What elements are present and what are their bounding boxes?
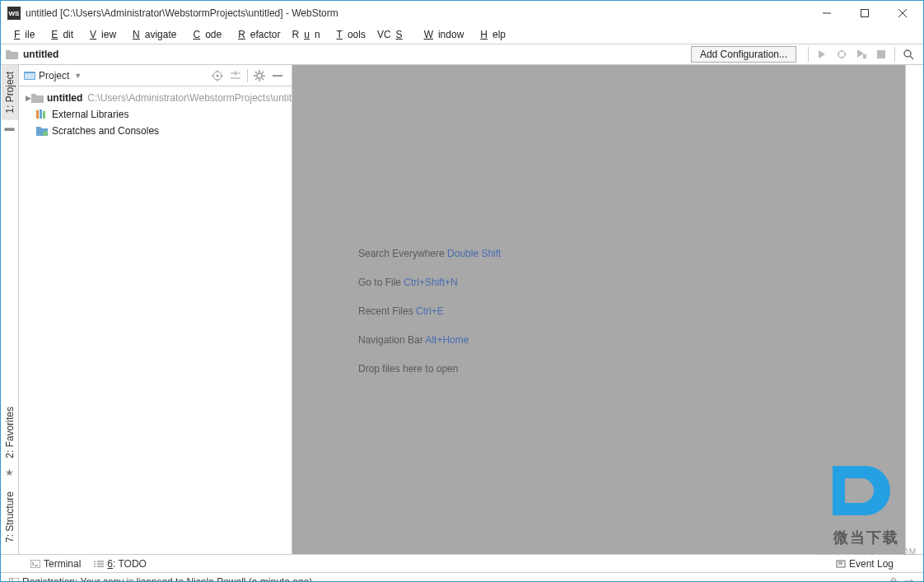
menu-view[interactable]: View xyxy=(80,27,121,42)
tree-item-label: External Libraries xyxy=(52,109,128,120)
menu-run[interactable]: Run xyxy=(287,27,325,42)
menu-code[interactable]: Code xyxy=(183,27,226,42)
navbar: untitled Add Configuration... xyxy=(1,44,923,65)
hint-drop-files: Drop files here to open xyxy=(358,361,458,375)
tab-terminal[interactable]: Terminal xyxy=(24,558,87,570)
bookmark-icon: ▬ xyxy=(5,122,15,133)
folder-icon xyxy=(6,49,18,59)
tree-item-label: Scratches and Consoles xyxy=(52,125,159,137)
todo-icon xyxy=(94,560,104,568)
expand-arrow-icon[interactable]: ▶ xyxy=(26,94,31,102)
close-button[interactable] xyxy=(884,1,922,26)
breadcrumb[interactable]: untitled xyxy=(23,49,58,60)
hint-nav-bar: Navigation Bar Alt+Home xyxy=(358,332,469,346)
project-tree: ▶ untitled C:\Users\Administrator\Websto… xyxy=(19,86,292,142)
star-icon: ★ xyxy=(5,467,14,478)
goto-icon[interactable] xyxy=(902,578,918,583)
search-icon[interactable] xyxy=(898,46,918,63)
window-title: untitled [C:\Users\Administrator\Webstor… xyxy=(26,7,808,19)
svg-rect-9 xyxy=(863,54,866,58)
tab-todo[interactable]: 6: TODO xyxy=(87,558,153,570)
menu-tools[interactable]: Tools xyxy=(327,27,371,42)
tool-tab-project[interactable]: 1: Project xyxy=(2,65,18,120)
collapse-all-icon[interactable] xyxy=(226,67,245,85)
menu-help[interactable]: Help xyxy=(470,27,511,42)
svg-rect-49 xyxy=(9,578,19,583)
lock-icon[interactable] xyxy=(885,577,902,583)
editor-area[interactable]: Search Everywhere Double Shift Go to Fil… xyxy=(292,65,905,554)
tool-tab-favorites[interactable]: 2: Favorites xyxy=(2,400,18,465)
svg-rect-38 xyxy=(30,560,40,568)
svg-point-11 xyxy=(904,50,911,57)
svg-point-16 xyxy=(217,74,219,77)
right-gutter xyxy=(905,65,923,554)
svg-point-4 xyxy=(838,51,845,58)
menu-edit[interactable]: Edit xyxy=(41,27,78,42)
scratches-icon xyxy=(35,126,49,136)
svg-rect-33 xyxy=(273,75,282,77)
menu-file[interactable]: File xyxy=(4,27,40,42)
svg-line-31 xyxy=(262,72,264,73)
svg-rect-34 xyxy=(36,110,39,119)
app-icon: WS xyxy=(7,7,21,20)
menu-refactor[interactable]: Refactor xyxy=(228,27,285,42)
svg-line-30 xyxy=(262,78,264,80)
project-icon xyxy=(24,71,35,81)
event-log-icon xyxy=(836,560,846,568)
svg-line-29 xyxy=(255,72,257,73)
statusbar: Registration: Your copy is licensed to N… xyxy=(1,572,923,582)
gear-icon[interactable] xyxy=(250,67,268,85)
stop-button[interactable] xyxy=(871,46,891,63)
menu-navigate[interactable]: Navigate xyxy=(123,27,181,42)
project-panel-title[interactable]: Project xyxy=(39,70,69,81)
svg-point-24 xyxy=(257,73,262,78)
tree-scratches[interactable]: Scratches and Consoles xyxy=(19,123,292,139)
bottom-toolbar: Terminal 6: TODO Event Log xyxy=(1,554,923,572)
left-gutter: 1: Project ▬ 2: Favorites ★ 7: Structure xyxy=(1,65,19,554)
svg-rect-50 xyxy=(9,578,12,583)
add-configuration-button[interactable]: Add Configuration... xyxy=(691,46,796,63)
menu-vcs[interactable]: VCS xyxy=(372,27,413,42)
svg-line-12 xyxy=(910,56,913,59)
hide-panel-icon[interactable] xyxy=(268,67,287,85)
svg-rect-14 xyxy=(25,73,35,79)
svg-line-32 xyxy=(255,78,257,80)
svg-rect-1 xyxy=(861,10,869,17)
run-button[interactable] xyxy=(812,46,832,63)
maximize-button[interactable] xyxy=(846,1,884,26)
hint-recent-files: Recent Files Ctrl+E xyxy=(358,303,444,317)
tree-root[interactable]: ▶ untitled C:\Users\Administrator\Websto… xyxy=(19,90,292,106)
tab-event-log[interactable]: Event Log xyxy=(829,558,900,570)
menu-window[interactable]: Window xyxy=(414,27,469,42)
tree-root-name: untitled xyxy=(47,92,82,104)
folder-icon xyxy=(31,93,44,103)
project-panel-header: Project ▼ xyxy=(19,65,292,86)
svg-point-37 xyxy=(43,131,48,136)
project-sidebar: Project ▼ ▶ untitled C:\Users\Administra… xyxy=(19,65,292,554)
menubar: File Edit View Navigate Code Refactor Ru… xyxy=(1,26,923,44)
status-window-icon[interactable] xyxy=(6,578,22,583)
debug-button[interactable] xyxy=(832,46,852,63)
coverage-button[interactable] xyxy=(852,46,871,63)
status-message: Registration: Your copy is licensed to N… xyxy=(22,576,312,583)
tree-root-path: C:\Users\Administrator\WebstormProjects\… xyxy=(87,92,292,104)
hint-search-everywhere: Search Everywhere Double Shift xyxy=(358,245,501,259)
chevron-down-icon[interactable]: ▼ xyxy=(74,72,82,80)
titlebar: WS untitled [C:\Users\Administrator\Webs… xyxy=(1,1,923,26)
hint-goto-file: Go to File Ctrl+Shift+N xyxy=(358,274,458,288)
locate-icon[interactable] xyxy=(208,67,226,85)
libraries-icon xyxy=(35,109,49,119)
minimize-button[interactable] xyxy=(808,1,846,26)
svg-rect-36 xyxy=(43,111,45,119)
svg-rect-10 xyxy=(877,50,885,58)
tool-tab-structure[interactable]: 7: Structure xyxy=(2,485,18,549)
tree-external-libraries[interactable]: External Libraries xyxy=(19,106,292,123)
svg-rect-35 xyxy=(40,109,42,119)
terminal-icon xyxy=(30,560,40,568)
